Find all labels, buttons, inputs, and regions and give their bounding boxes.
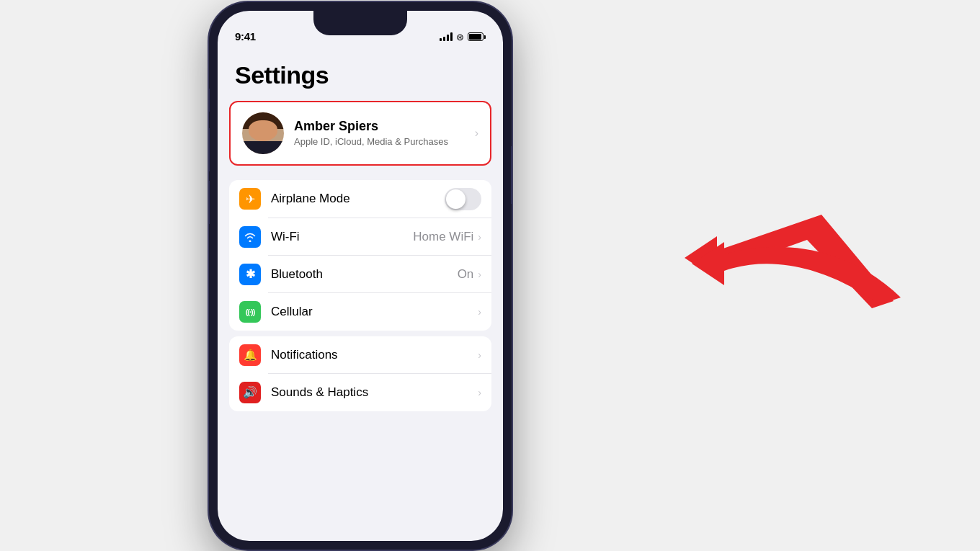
- status-icons: ⊛: [440, 32, 486, 42]
- silent-button: [209, 89, 210, 112]
- cellular-row[interactable]: ((·)) Cellular ›: [229, 293, 491, 331]
- wifi-chevron: ›: [478, 231, 481, 243]
- battery-icon: [468, 32, 486, 41]
- phone-frame: 9:41 ⊛: [209, 2, 512, 550]
- profile-chevron: ›: [475, 127, 478, 140]
- wifi-icon: ⊛: [456, 32, 464, 42]
- notifications-chevron: ›: [478, 349, 481, 361]
- sounds-chevron: ›: [478, 387, 481, 398]
- wifi-label: Wi-Fi: [271, 230, 413, 244]
- phone-screen: 9:41 ⊛: [218, 11, 503, 541]
- cellular-chevron: ›: [478, 306, 481, 318]
- notifications-row[interactable]: 🔔 Notifications ›: [229, 336, 491, 374]
- notch: [313, 11, 407, 35]
- arrow-svg: [677, 157, 966, 373]
- volume-up-button: [209, 128, 210, 171]
- arrow-path: [692, 242, 901, 305]
- bluetooth-chevron: ›: [478, 269, 481, 280]
- power-button: [511, 146, 512, 204]
- wifi-row[interactable]: Wi-Fi Home WiFi ›: [229, 218, 491, 256]
- bluetooth-icon: ✱: [239, 264, 261, 285]
- volume-down-button: [209, 181, 210, 224]
- wifi-icon: [239, 226, 261, 248]
- profile-name: Amber Spiers: [294, 119, 465, 134]
- page-title: Settings: [218, 54, 503, 101]
- red-arrow-annotation: [677, 157, 966, 373]
- airplane-mode-row[interactable]: ✈ Airplane Mode: [229, 180, 491, 218]
- signal-icon: [440, 32, 453, 41]
- airplane-mode-icon: ✈: [239, 188, 261, 210]
- airplane-mode-label: Airplane Mode: [271, 192, 445, 206]
- phone-mockup: 9:41 ⊛: [209, 2, 512, 550]
- notifications-icon: 🔔: [239, 344, 261, 366]
- cellular-label: Cellular: [271, 305, 478, 319]
- wifi-value: Home WiFi: [413, 230, 473, 244]
- profile-info: Amber Spiers Apple ID, iCloud, Media & P…: [294, 119, 465, 147]
- bluetooth-label: Bluetooth: [271, 267, 458, 282]
- profile-subtitle: Apple ID, iCloud, Media & Purchases: [294, 136, 465, 147]
- bluetooth-row[interactable]: ✱ Bluetooth On ›: [229, 256, 491, 293]
- bluetooth-value: On: [458, 267, 474, 282]
- cellular-icon: ((·)): [239, 301, 261, 323]
- avatar: [242, 112, 284, 154]
- airplane-mode-toggle[interactable]: [445, 188, 481, 210]
- arrow-body: [685, 215, 894, 308]
- notifications-group: 🔔 Notifications › 🔊 Sounds & Haptics ›: [229, 336, 491, 411]
- sounds-icon: 🔊: [239, 382, 261, 403]
- sounds-label: Sounds & Haptics: [271, 385, 478, 400]
- status-time: 9:41: [235, 30, 256, 42]
- settings-content: Settings Amber Spiers Apple ID, iCloud, …: [218, 47, 503, 541]
- profile-cell[interactable]: Amber Spiers Apple ID, iCloud, Media & P…: [229, 101, 491, 166]
- sounds-row[interactable]: 🔊 Sounds & Haptics ›: [229, 374, 491, 411]
- notifications-label: Notifications: [271, 348, 478, 362]
- connectivity-group: ✈ Airplane Mode Wi-Fi: [229, 180, 491, 331]
